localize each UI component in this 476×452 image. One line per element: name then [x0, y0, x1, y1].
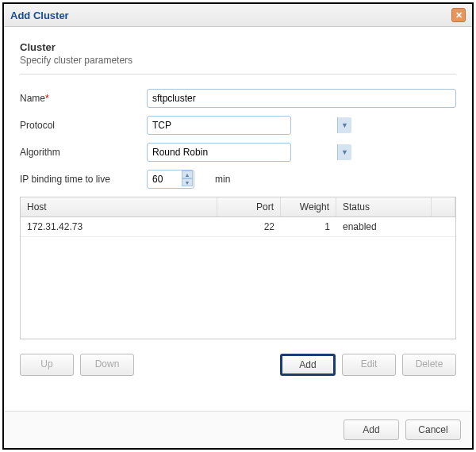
add-button[interactable]: Add — [344, 419, 399, 440]
algorithm-value[interactable] — [147, 143, 291, 162]
algorithm-select[interactable]: ▼ — [147, 143, 353, 162]
th-end — [432, 197, 455, 216]
hosts-table: Host Port Weight Status 172.31.42.73 22 … — [20, 197, 456, 339]
dialog-add-cluster: Add Cluster ✕ Cluster Specify cluster pa… — [2, 2, 474, 450]
row-algorithm: Algorithm ▼ — [20, 143, 456, 162]
cell-weight: 1 — [281, 217, 336, 236]
table-row[interactable]: 172.31.42.73 22 1 enabled — [21, 217, 455, 237]
cell-host: 172.31.42.73 — [21, 217, 217, 236]
close-icon[interactable]: ✕ — [451, 8, 466, 22]
label-protocol: Protocol — [20, 120, 147, 131]
cell-end — [432, 217, 455, 236]
down-button[interactable]: Down — [80, 354, 134, 376]
cell-port: 22 — [217, 217, 281, 236]
cancel-button[interactable]: Cancel — [405, 419, 461, 440]
edit-button[interactable]: Edit — [342, 354, 396, 376]
cell-status: enabled — [336, 217, 432, 236]
window-title: Add Cluster — [10, 10, 69, 21]
protocol-value[interactable] — [147, 116, 291, 135]
row-binding: IP binding time to live ▲ ▼ min — [20, 170, 456, 189]
table-buttons: Up Down Add Edit Delete — [20, 354, 456, 376]
add-host-button[interactable]: Add — [280, 354, 336, 376]
label-binding: IP binding time to live — [20, 174, 147, 185]
th-port[interactable]: Port — [217, 197, 281, 216]
divider — [20, 74, 456, 75]
spinner-down-icon[interactable]: ▼ — [182, 178, 193, 186]
row-protocol: Protocol ▼ — [20, 116, 456, 135]
row-name: Name* — [20, 89, 456, 108]
content-area: Cluster Specify cluster parameters Name*… — [4, 27, 472, 384]
chevron-down-icon[interactable]: ▼ — [337, 144, 351, 160]
binding-spinner[interactable]: ▲ ▼ — [147, 170, 210, 189]
titlebar: Add Cluster ✕ — [4, 4, 472, 27]
label-algorithm: Algorithm — [20, 147, 147, 158]
th-status[interactable]: Status — [336, 197, 432, 216]
chevron-down-icon[interactable]: ▼ — [337, 117, 351, 133]
name-input[interactable] — [147, 89, 456, 108]
th-host[interactable]: Host — [21, 197, 217, 216]
table-header: Host Port Weight Status — [21, 197, 455, 217]
protocol-select[interactable]: ▼ — [147, 116, 353, 135]
section-subtitle: Specify cluster parameters — [20, 55, 456, 66]
delete-button[interactable]: Delete — [402, 354, 456, 376]
th-weight[interactable]: Weight — [281, 197, 336, 216]
spinner-up-icon[interactable]: ▲ — [182, 170, 193, 178]
up-button[interactable]: Up — [20, 354, 74, 376]
section-header: Cluster — [20, 41, 456, 53]
label-name: Name* — [20, 93, 147, 104]
binding-unit: min — [215, 174, 230, 185]
dialog-footer: Add Cancel — [4, 411, 472, 448]
